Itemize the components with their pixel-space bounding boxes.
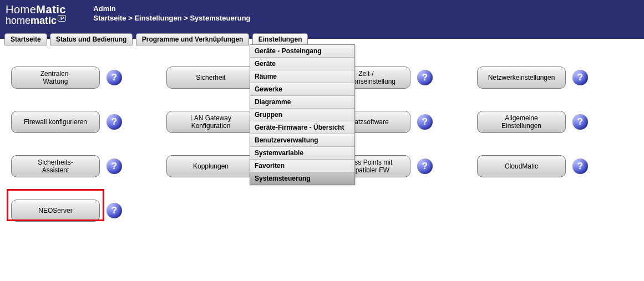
dropdown-item[interactable]: Geräte-Firmware - Übersicht: [250, 121, 354, 134]
dropdown-item[interactable]: Gewerke: [250, 83, 354, 96]
logo-main-part2: Matic: [36, 3, 66, 16]
help-icon[interactable]: ?: [107, 203, 122, 218]
help-icon[interactable]: ?: [417, 70, 433, 85]
cell-firewall: Firewall konfigurieren ?: [11, 105, 161, 139]
netzwerk-button[interactable]: Netzwerkeinstellungen: [477, 67, 566, 89]
zentralen-wartung-button[interactable]: Zentralen-Wartung: [11, 67, 100, 89]
dropdown-item[interactable]: Räume: [250, 70, 354, 83]
lan-gateway-button[interactable]: LAN GatewayKonfiguration: [166, 111, 255, 133]
dropdown-item[interactable]: Geräte: [250, 58, 354, 70]
cell-cloudmatic: CloudMatic ?: [477, 150, 627, 183]
ip-badge: IP: [58, 15, 66, 22]
dropdown-item[interactable]: Geräte - Posteingang: [250, 45, 354, 58]
breadcrumb-block: Admin Startseite > Einstellungen > Syste…: [93, 4, 250, 22]
help-icon[interactable]: ?: [572, 70, 588, 85]
dropdown-item[interactable]: Favoriten: [250, 160, 354, 172]
logo-sub-part1: home: [6, 15, 31, 26]
cell-netzwerk: Netzwerkeinstellungen ?: [477, 61, 627, 94]
logo-sub-part2: matic: [31, 15, 57, 26]
header: HomeMatic homematicIP Admin Startseite >…: [0, 0, 644, 39]
help-icon[interactable]: ?: [417, 114, 433, 130]
dropdown-item[interactable]: Systemsteuerung: [250, 172, 354, 185]
dropdown-einstellungen: Geräte - PosteingangGeräteRäumeGewerkeDi…: [250, 44, 355, 185]
dropdown-item[interactable]: Gruppen: [250, 109, 354, 121]
dropdown-item[interactable]: Diagramme: [250, 96, 354, 109]
cell-neoserver: NEOServer ?: [11, 194, 161, 227]
admin-label: Admin: [93, 4, 250, 13]
help-icon[interactable]: ?: [107, 70, 122, 85]
content: Geräte - PosteingangGeräteRäumeGewerkeDi…: [0, 39, 644, 238]
dropdown-item[interactable]: Benutzerverwaltung: [250, 134, 354, 147]
help-icon[interactable]: ?: [572, 159, 588, 174]
logo: HomeMatic homematicIP: [6, 3, 86, 27]
sicherheit-button[interactable]: Sicherheit: [166, 67, 255, 89]
help-icon[interactable]: ?: [107, 159, 122, 174]
logo-main: HomeMatic: [6, 3, 86, 16]
dropdown-item[interactable]: Systemvariable: [250, 147, 354, 160]
firewall-button[interactable]: Firewall konfigurieren: [11, 111, 100, 133]
kopplungen-button[interactable]: Kopplungen: [166, 155, 255, 177]
sicherheits-assistent-button[interactable]: Sicherheits-Assistent: [11, 155, 100, 177]
logo-sub: homematicIP: [6, 15, 86, 27]
allgemeine-button[interactable]: AllgemeineEinstellungen: [477, 111, 566, 133]
cell-sicherheits-assistent: Sicherheits-Assistent ?: [11, 150, 161, 183]
help-icon[interactable]: ?: [417, 159, 433, 174]
cell-zentralen: Zentralen-Wartung ?: [11, 61, 161, 94]
help-icon[interactable]: ?: [572, 114, 588, 130]
help-icon[interactable]: ?: [107, 114, 122, 130]
neoserver-button[interactable]: NEOServer: [11, 200, 100, 222]
logo-main-part1: Home: [6, 3, 36, 16]
breadcrumb: Startseite > Einstellungen > Systemsteue…: [93, 14, 250, 22]
cloudmatic-button[interactable]: CloudMatic: [477, 155, 566, 177]
cell-allgemeine: AllgemeineEinstellungen ?: [477, 105, 627, 139]
